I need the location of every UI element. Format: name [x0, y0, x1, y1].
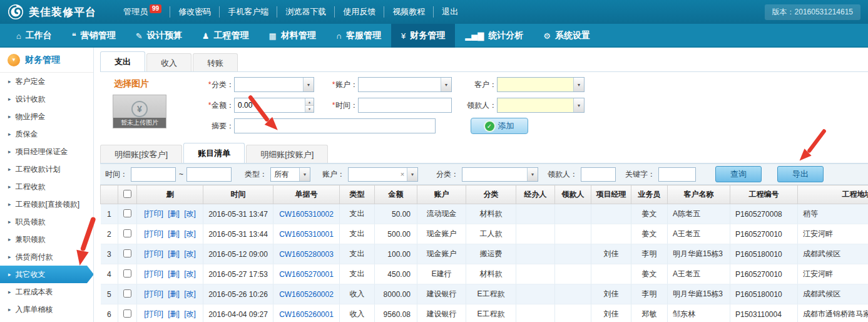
nav-item-design-budget[interactable]: ✎ 设计预算	[126, 24, 192, 48]
delete-link[interactable]: [删]	[168, 289, 180, 298]
export-button[interactable]: 导出	[777, 166, 824, 182]
time-from-field[interactable]	[131, 167, 176, 182]
spinner-buttons[interactable]: ▴▾	[305, 98, 314, 112]
spinner-down-icon[interactable]: ▾	[305, 105, 314, 113]
chevron-down-icon[interactable]: ▾	[407, 168, 417, 181]
edit-link[interactable]: [改]	[184, 229, 196, 238]
sidebar-item[interactable]: ▸ 职员领款	[0, 213, 93, 231]
row-checkbox[interactable]	[123, 289, 131, 298]
row-checkbox[interactable]	[123, 309, 131, 318]
sidebar-item[interactable]: ▸ 兼职领款	[0, 231, 93, 248]
entry-tab[interactable]: 支出	[100, 51, 145, 71]
nav-item-finance[interactable]: ¥ 财务管理	[391, 24, 455, 48]
doc-no-link[interactable]: CW1605260001	[279, 310, 334, 319]
delete-link[interactable]: [删]	[168, 229, 180, 238]
category-select[interactable]: ▾	[234, 77, 314, 92]
video-tutorial-link[interactable]: 视频教程	[384, 6, 433, 18]
amount-input[interactable]	[235, 98, 305, 112]
edit-link[interactable]: [改]	[184, 269, 196, 278]
keyword-filter-field[interactable]	[658, 167, 696, 182]
ledger-tab[interactable]: 账目清单	[183, 143, 245, 163]
delete-link[interactable]: [删]	[168, 249, 180, 258]
print-link[interactable]: [打印]	[144, 309, 163, 318]
print-link[interactable]: [打印]	[144, 269, 163, 278]
clear-icon[interactable]: ×	[398, 168, 407, 181]
print-link[interactable]: [打印]	[144, 229, 163, 238]
add-button[interactable]: ✓ 添加	[471, 118, 528, 134]
amount-stepper[interactable]: ▴▾	[234, 98, 314, 113]
chevron-down-icon[interactable]: ▾	[303, 78, 314, 91]
doc-no-link[interactable]: CW1605280003	[279, 250, 334, 259]
row-checkbox[interactable]	[123, 209, 131, 217]
time-from-input[interactable]	[131, 168, 175, 181]
sidebar-item[interactable]: ▸ 客户定金	[0, 73, 93, 90]
sidebar-item[interactable]: ▸ 工程成本表	[0, 283, 93, 301]
chevron-down-icon[interactable]: ▾	[573, 78, 584, 91]
doc-no-link[interactable]: CW1605270001	[279, 270, 334, 279]
time-input[interactable]	[359, 98, 451, 112]
sidebar-item[interactable]: ▸ 质保金	[0, 125, 93, 143]
time-field[interactable]	[358, 98, 452, 113]
account-filter-select[interactable]: × ▾	[348, 167, 418, 182]
image-placeholder[interactable]: ¥ 暂未上传图片	[113, 95, 166, 128]
print-link[interactable]: [打印]	[144, 249, 163, 258]
doc-no-link[interactable]: CW1605310002	[279, 210, 334, 219]
summary-input[interactable]	[235, 119, 435, 133]
sidebar-item[interactable]: ▸ 设计收款	[0, 90, 93, 108]
row-checkbox[interactable]	[123, 249, 131, 257]
nav-item-materials[interactable]: ▦ 材料管理	[258, 24, 325, 48]
nav-item-customer-service[interactable]: ∩ 客服管理	[326, 24, 391, 48]
sidebar-item[interactable]: ▸ 入库单稽核	[0, 301, 93, 318]
change-password-link[interactable]: 修改密码	[170, 6, 219, 18]
payee-filter-input[interactable]	[581, 168, 615, 181]
print-link[interactable]: [打印]	[144, 289, 163, 298]
sidebar-item[interactable]: ▸ 项目经理保证金	[0, 143, 93, 160]
mobile-client-link[interactable]: 手机客户端	[219, 6, 277, 18]
customer-select[interactable]: ▾	[497, 77, 585, 92]
nav-item-workbench[interactable]: ⌂ 工作台	[6, 24, 62, 48]
row-checkbox[interactable]	[123, 229, 131, 237]
doc-no-link[interactable]: CW1605310001	[279, 230, 334, 239]
edit-link[interactable]: [改]	[184, 289, 196, 298]
chevron-down-icon[interactable]: ▾	[527, 168, 538, 181]
delete-link[interactable]: [删]	[168, 269, 180, 278]
sidebar-item[interactable]: ▸ 工程收款	[0, 178, 93, 195]
delete-link[interactable]: [删]	[168, 309, 180, 318]
sidebar-item[interactable]: ▸ 工程领款[直接领款]	[0, 195, 93, 213]
browser-download-link[interactable]: 浏览器下载	[277, 6, 334, 18]
category-filter-select[interactable]: ▾	[462, 167, 538, 182]
chevron-down-icon[interactable]: ▾	[573, 98, 584, 112]
choose-image-label[interactable]: 选择图片	[114, 78, 195, 90]
print-link[interactable]: [打印]	[144, 209, 163, 218]
time-to-input[interactable]	[187, 168, 231, 181]
entry-tab[interactable]: 收入	[146, 53, 191, 71]
row-checkbox[interactable]	[123, 269, 131, 278]
feedback-link[interactable]: 使用反馈	[334, 6, 384, 18]
keyword-filter-input[interactable]	[659, 168, 695, 181]
entry-tab[interactable]: 转账	[193, 53, 238, 71]
sidebar-item[interactable]: ▸ 物业押金	[0, 108, 93, 125]
sidebar-item[interactable]: ▸ 工程收款计划	[0, 160, 93, 178]
search-button[interactable]: 查询	[715, 166, 762, 182]
time-to-field[interactable]	[186, 167, 232, 182]
delete-link[interactable]: [删]	[168, 209, 180, 218]
payee-filter-field[interactable]	[581, 167, 616, 182]
admin-menu[interactable]: 管理员 99	[115, 6, 170, 18]
edit-link[interactable]: [改]	[184, 209, 196, 218]
nav-item-marketing[interactable]: ❝ 营销管理	[62, 24, 126, 48]
ledger-tab[interactable]: 明细账[按客户]	[100, 145, 182, 163]
select-all-checkbox[interactable]	[123, 190, 131, 198]
account-select[interactable]: ▾	[358, 77, 452, 92]
edit-link[interactable]: [改]	[184, 249, 196, 258]
spinner-up-icon[interactable]: ▴	[305, 98, 314, 105]
sidebar-item[interactable]: ▸ 供货商付款	[0, 248, 93, 266]
chevron-down-icon[interactable]: ▾	[299, 168, 310, 181]
sidebar-item[interactable]: ▸ 其它收支	[0, 266, 93, 283]
doc-no-link[interactable]: CW1605260002	[279, 290, 334, 299]
edit-link[interactable]: [改]	[184, 309, 196, 318]
type-select[interactable]: 所有 ▾	[270, 167, 310, 182]
sidebar-header[interactable]: ▼ 财务管理	[0, 48, 93, 73]
nav-item-statistics[interactable]: ▂▅▇ 统计分析	[455, 24, 533, 48]
chevron-down-icon[interactable]: ▾	[441, 78, 451, 91]
payee-select[interactable]: ▾	[497, 98, 585, 113]
